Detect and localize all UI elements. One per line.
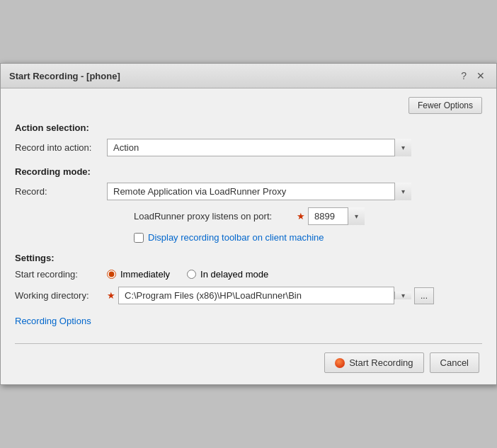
required-star: ★ [297, 211, 305, 222]
proxy-port-label: LoadRunner proxy listens on port: [134, 211, 297, 222]
fewer-options-button[interactable]: Fewer Options [409, 97, 482, 114]
help-button[interactable]: ? [458, 69, 469, 82]
recording-options-link[interactable]: Recording Options [15, 316, 91, 326]
dialog-window: Start Recording - [phone] ? ✕ Fewer Opti… [0, 63, 497, 385]
display-toolbar-checkbox[interactable] [134, 233, 144, 243]
top-row: Fewer Options [15, 97, 482, 114]
start-recording-field-label: Start recording: [15, 269, 107, 280]
port-input[interactable] [308, 207, 365, 225]
start-recording-button[interactable]: Start Recording [324, 352, 423, 373]
immediately-option[interactable]: Immediately [107, 269, 170, 280]
action-select-wrapper: Action ▾ [107, 139, 411, 156]
record-select-wrapper: Remote Application via LoadRunner Proxy … [107, 183, 411, 200]
recording-mode-section: Recording mode: Record: Remote Applicati… [15, 166, 482, 243]
action-selection-section: Action selection: Record into action: Ac… [15, 122, 482, 156]
record-select[interactable]: Remote Application via LoadRunner Proxy [107, 183, 411, 200]
delayed-radio[interactable] [187, 270, 196, 279]
record-into-label: Record into action: [15, 142, 107, 153]
action-select[interactable]: Action [107, 139, 411, 156]
record-label: Record: [15, 186, 107, 197]
dialog-title: Start Recording - [phone] [9, 71, 120, 81]
port-select-wrapper: ▾ [308, 207, 365, 225]
close-button[interactable]: ✕ [474, 69, 488, 82]
title-bar: Start Recording - [phone] ? ✕ [1, 64, 496, 88]
title-bar-controls: ? ✕ [458, 69, 488, 82]
working-dir-row: Working directory: ★ ▾ ... [15, 287, 482, 304]
record-row: Record: Remote Application via LoadRunne… [15, 183, 482, 200]
delayed-option[interactable]: In delayed mode [187, 269, 268, 280]
working-dir-input[interactable] [118, 287, 394, 304]
proxy-port-row: LoadRunner proxy listens on port: ★ ▾ [15, 207, 482, 225]
start-recording-radio-row: Start recording: Immediately In delayed … [15, 269, 482, 280]
immediately-radio[interactable] [107, 270, 116, 279]
radio-group: Immediately In delayed mode [107, 269, 268, 280]
working-dir-dropdown-arrow-icon[interactable]: ▾ [394, 292, 411, 299]
working-dir-label: Working directory: [15, 290, 107, 301]
action-selection-title: Action selection: [15, 122, 482, 133]
recording-mode-title: Recording mode: [15, 166, 482, 177]
display-toolbar-row: Display recording toolbar on client mach… [134, 232, 482, 243]
port-wrapper: ▾ [308, 207, 365, 225]
browse-button[interactable]: ... [414, 287, 434, 304]
bottom-row: Start Recording Cancel [15, 352, 482, 373]
cancel-button[interactable]: Cancel [430, 352, 479, 373]
settings-section: Settings: Start recording: Immediately I… [15, 253, 482, 304]
working-dir-select-wrapper: ▾ [118, 287, 411, 304]
display-toolbar-label[interactable]: Display recording toolbar on client mach… [148, 232, 324, 243]
immediately-label: Immediately [120, 269, 170, 280]
record-into-row: Record into action: Action ▾ [15, 139, 482, 156]
record-dot-icon [335, 358, 345, 368]
dialog-content: Fewer Options Action selection: Record i… [1, 88, 496, 384]
start-recording-label: Start Recording [349, 357, 413, 368]
title-bar-left: Start Recording - [phone] [9, 71, 120, 81]
delayed-label: In delayed mode [200, 269, 268, 280]
footer-separator [15, 343, 482, 344]
settings-title: Settings: [15, 253, 482, 263]
working-dir-required-star: ★ [107, 290, 115, 301]
